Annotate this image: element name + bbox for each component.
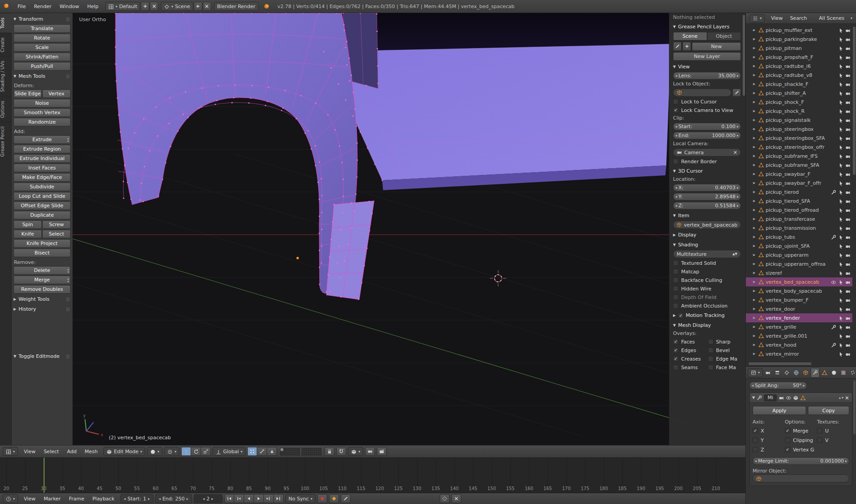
checkbox[interactable] xyxy=(753,447,758,452)
restrict-select-toggle[interactable] xyxy=(838,162,843,168)
frame-end-field[interactable]: ◂ End: 250 ▸ xyxy=(155,494,192,503)
playhead[interactable] xyxy=(44,458,45,493)
panel-header-redo[interactable]: ▼ Toggle Editmode xyxy=(13,351,71,361)
end-field[interactable]: ◂End:1000.000▸ xyxy=(673,132,741,139)
tool-slide-edge[interactable]: Slide Edge xyxy=(13,89,42,98)
check-merge[interactable]: ✓Merge xyxy=(785,427,817,434)
lens-field[interactable]: ◂Lens:35.000▸ xyxy=(673,72,741,80)
object-name[interactable]: vertex_bed_spacecab xyxy=(766,279,819,285)
outliner-row-pickup-shifter-a[interactable]: ▶pickup_shifter_A xyxy=(746,89,852,98)
modifier-editmode-toggle[interactable] xyxy=(793,395,798,401)
delete-scene-button[interactable] xyxy=(203,2,211,11)
screen-layout-dropdown[interactable]: ▾ Default xyxy=(105,2,140,11)
object-name[interactable]: vertex_door xyxy=(766,306,795,312)
dropdown-multitexture[interactable]: Multitexture▲▼ xyxy=(673,250,741,258)
opengl-render-anim-button[interactable] xyxy=(377,447,387,456)
object-name[interactable]: pickup_steeringbox xyxy=(766,126,814,132)
restrict-render-toggle[interactable] xyxy=(845,171,851,177)
shelf-tab-shading-uvs[interactable]: Shading / UVs xyxy=(0,56,12,96)
object-name[interactable]: pickup_transfercase xyxy=(766,216,815,222)
panel-header-history[interactable]: ▶History xyxy=(13,304,71,314)
outliner-row-vertex-fender[interactable]: ▶vertex_fender xyxy=(746,313,852,322)
check-matcap[interactable]: Matcap xyxy=(673,268,741,275)
object-name[interactable]: pickup_radtube_i6 xyxy=(766,63,811,69)
jump-start-button[interactable] xyxy=(224,494,234,503)
object-name[interactable]: pickup_steeringbox_offr xyxy=(766,144,825,150)
modifier-header[interactable]: ▼ Mi ▴ ▾ xyxy=(750,393,852,403)
outliner-hscrollbar[interactable] xyxy=(749,362,811,365)
npanel-header-item[interactable]: ▼Item xyxy=(673,212,741,219)
outliner-row-pickup-shock-f[interactable]: ▶pickup_shock_F xyxy=(746,98,852,107)
gp-add-button[interactable] xyxy=(682,42,691,51)
restrict-select-toggle[interactable] xyxy=(838,81,843,87)
check-lock-to-cursor[interactable]: Lock to Cursor xyxy=(673,98,741,105)
check-y[interactable]: Y xyxy=(753,437,785,444)
tool-translate[interactable]: Translate xyxy=(13,24,71,33)
object-name[interactable]: vertex_grille xyxy=(766,324,796,330)
outliner-editor-selector[interactable]: ▾ xyxy=(749,14,765,22)
outliner-vscrollbar[interactable] xyxy=(853,27,856,175)
restrict-render-toggle[interactable] xyxy=(845,144,851,150)
timeline-menu-view[interactable]: View xyxy=(20,496,40,502)
restrict-select-toggle[interactable] xyxy=(838,189,843,195)
outliner-row-pickup-radtube-i6[interactable]: ▶pickup_radtube_i6 xyxy=(746,62,852,71)
outliner-row-pickup-pitman[interactable]: ▶pickup_pitman xyxy=(746,44,852,53)
layer-cell[interactable] xyxy=(284,448,288,451)
properties-scrollbar[interactable] xyxy=(853,380,856,434)
outliner-display-dropdown[interactable]: All Scenes xyxy=(818,15,845,21)
restrict-select-toggle[interactable] xyxy=(838,171,843,177)
restrict-render-toggle[interactable] xyxy=(845,153,851,159)
check-clipping[interactable]: Clipping xyxy=(785,437,817,444)
properties-tab-scene[interactable] xyxy=(782,368,791,378)
restrict-render-toggle[interactable] xyxy=(845,261,851,267)
restrict-select-toggle[interactable] xyxy=(838,117,843,123)
current-frame-field[interactable]: ◂ 2 ▸ xyxy=(194,494,223,503)
checkbox[interactable] xyxy=(708,356,713,361)
pivot-dropdown[interactable]: ▾ xyxy=(164,447,179,456)
check-face-ma[interactable]: Face Ma xyxy=(708,364,742,371)
object-name[interactable]: pickup_shock_F xyxy=(766,99,804,105)
object-name[interactable]: vertex_mirror xyxy=(766,351,799,357)
restrict-render-toggle[interactable] xyxy=(845,243,851,249)
gp-draw-button[interactable] xyxy=(673,42,682,51)
panel-header-weight-tools[interactable]: ▶Weight Tools xyxy=(13,294,71,304)
play-reverse-button[interactable] xyxy=(244,494,254,503)
check-bevel[interactable]: Bevel xyxy=(708,347,742,354)
outliner-row-pickup-subframe-sfa[interactable]: ▶pickup_subframe_SFA xyxy=(746,161,852,169)
properties-tab-cube[interactable] xyxy=(801,368,810,378)
add-layout-button[interactable] xyxy=(141,2,149,11)
timeline-editor-selector[interactable]: ▾ xyxy=(3,494,18,503)
lock-layers-button[interactable] xyxy=(325,447,334,456)
outliner-row-pickup-radtube-v8[interactable]: ▶pickup_radtube_v8 xyxy=(746,71,852,80)
npanel-header-shading[interactable]: ▼Shading xyxy=(673,241,741,249)
restrict-select-toggle[interactable] xyxy=(838,207,843,213)
tool-screw[interactable]: Screw xyxy=(42,220,71,229)
outliner-row-pickup-upperarm-offroa[interactable]: ▶pickup_upperarm_offroa xyxy=(746,259,852,268)
restrict-render-toggle[interactable] xyxy=(845,45,851,51)
tool-select[interactable]: Select xyxy=(42,230,71,238)
outliner-row-vertex-grille-001[interactable]: ▶vertex_grille.001 xyxy=(746,331,852,340)
object-name[interactable]: vertex_body_spacecab xyxy=(766,288,822,294)
restrict-select-toggle[interactable] xyxy=(838,72,843,78)
keying-set-button[interactable] xyxy=(329,494,339,503)
npanel-scrollbar[interactable] xyxy=(743,15,745,96)
y-field[interactable]: ◂Y:2.89548▸ xyxy=(673,193,741,201)
check-lock-camera-to-view[interactable]: ✓Lock Camera to View xyxy=(673,107,741,114)
restrict-select-toggle[interactable] xyxy=(838,270,843,276)
delete-layout-button[interactable] xyxy=(150,2,158,11)
object-name[interactable]: pickup_tierod_offroad xyxy=(766,207,819,213)
check-faces[interactable]: ✓Faces xyxy=(673,338,707,345)
object-name[interactable]: pickup_tierod xyxy=(766,189,799,195)
restrict-render-toggle[interactable] xyxy=(845,126,851,132)
check-render-border[interactable]: Render Border xyxy=(673,158,741,165)
object-name[interactable]: pickup_ujoint_SFA xyxy=(766,243,810,249)
check-x[interactable]: ✓X xyxy=(753,427,785,434)
restrict-render-toggle[interactable] xyxy=(845,72,851,78)
checkbox[interactable] xyxy=(708,339,713,344)
restrict-render-toggle[interactable] xyxy=(845,180,851,186)
restrict-select-toggle[interactable] xyxy=(838,279,843,285)
layer-cell[interactable] xyxy=(306,448,309,451)
gp-new-button[interactable]: New xyxy=(692,42,741,51)
outliner-row-pickup-shock-r[interactable]: ▶pickup_shock_R xyxy=(746,107,852,116)
menu-help[interactable]: Help xyxy=(83,4,103,9)
